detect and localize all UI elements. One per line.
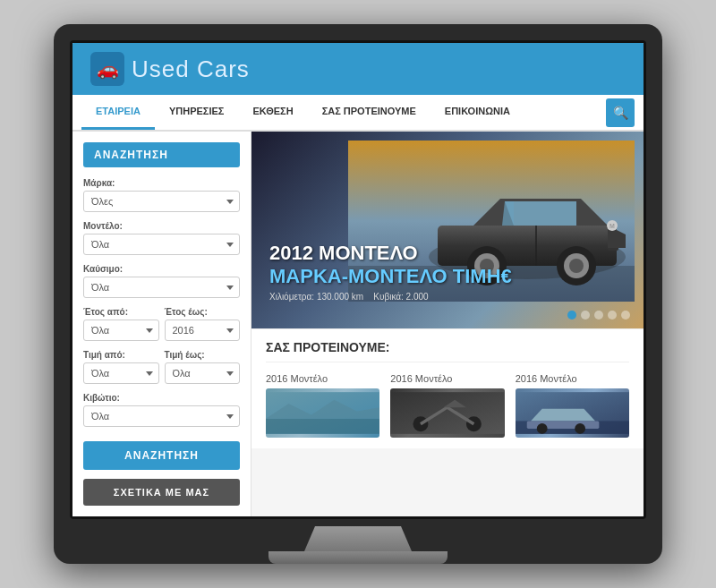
recommended-section: ΣΑΣ ΠΡΟΤΕΙΝΟΥΜΕ: 2016 Μοντέλο (251, 328, 644, 448)
hero-dots (567, 311, 630, 320)
dot-2[interactable] (581, 311, 590, 320)
card-2-year: 2016 Μοντέλο (390, 373, 504, 384)
card-1-year: 2016 Μοντέλο (266, 373, 379, 384)
car-card-1: 2016 Μοντέλο (266, 373, 379, 438)
site-title: Used Cars (132, 55, 250, 83)
sidebar: ΑΝΑΖΗΤΗΣΗ Μάρκα: Όλες Μοντέλο: Όλα Καύσι… (72, 132, 251, 516)
km-value: 130.000 km (317, 292, 363, 302)
hero-price: ΤΙΜΗ€ (453, 265, 512, 287)
hero-details: Χιλιόμετρα: 130.000 km Κυβικά: 2.000 (269, 292, 512, 302)
price-from-label: Τιμή από: (83, 350, 159, 360)
nav-item-contact[interactable]: ΕΠΙΚΟΙΝΩΝΙΑ (430, 95, 524, 130)
svg-point-23 (536, 423, 547, 434)
svg-point-19 (466, 416, 482, 431)
price-to-label: Τιμή έως: (165, 350, 241, 360)
svg-text:M: M (609, 223, 615, 229)
svg-rect-17 (390, 392, 504, 434)
brand-label: Μάρκα: (83, 178, 240, 188)
filter-model: Μοντέλο: Όλα (83, 221, 240, 255)
monitor-screen: 🚗 Used Cars ΕΤΑΙΡΕΙΑ ΥΠΗΡΕΣΙΕΣ ΕΚΘΕΣΗ ΣΑ… (70, 40, 646, 519)
svg-rect-16 (266, 419, 379, 434)
cc-value: 2.000 (406, 292, 429, 302)
filter-gearbox: Κιβώτιο: Όλα (83, 393, 240, 427)
about-button[interactable]: ΣΧΕΤΙΚΑ ΜΕ ΜΑΣ (83, 479, 240, 506)
main-area: M 2012 ΜΟΝΤΕΛΟ ΜΑΡΚΑ-ΜΟΝΤΕΛΟ ΤΙΜΗ€ (251, 132, 644, 516)
main-content: ΑΝΑΖΗΤΗΣΗ Μάρκα: Όλες Μοντέλο: Όλα Καύσι… (72, 132, 644, 516)
nav-search-button[interactable]: 🔍 (606, 98, 635, 127)
monitor: 🚗 Used Cars ΕΤΑΙΡΕΙΑ ΥΠΗΡΕΣΙΕΣ ΕΚΘΕΣΗ ΣΑ… (54, 24, 662, 564)
price-to-select[interactable]: Όλα (165, 362, 241, 384)
hero-banner: M 2012 ΜΟΝΤΕΛΟ ΜΑΡΚΑ-ΜΟΝΤΕΛΟ ΤΙΜΗ€ (251, 132, 644, 328)
brand-select[interactable]: Όλες (83, 191, 240, 212)
hero-text: 2012 ΜΟΝΤΕΛΟ ΜΑΡΚΑ-ΜΟΝΤΕΛΟ ΤΙΜΗ€ Χιλιόμε… (269, 242, 512, 302)
svg-point-24 (575, 423, 585, 434)
search-title: ΑΝΑΖΗΤΗΣΗ (83, 142, 240, 167)
cc-label: Κυβικά: (373, 292, 404, 302)
km-label: Χιλιόμετρα: (269, 292, 314, 302)
gearbox-select[interactable]: Όλα (83, 405, 240, 427)
car-card-2: 2016 Μοντέλο (390, 373, 504, 438)
svg-point-18 (413, 416, 429, 431)
filter-year-to: Έτος έως: 2016 (165, 307, 241, 341)
monitor-base (268, 551, 448, 564)
price-row: Τιμή από: Όλα Τιμή έως: Όλα (83, 350, 240, 393)
hero-year: 2012 ΜΟΝΤΕΛΟ (269, 242, 512, 265)
year-row: Έτος από: Όλα Έτος έως: 2016 (83, 307, 240, 350)
filter-fuel: Καύσιμο: Όλα (83, 264, 240, 298)
card-1-image[interactable] (266, 388, 379, 438)
nav-item-company[interactable]: ΕΤΑΙΡΕΙΑ (81, 95, 155, 130)
price-from-select[interactable]: Όλα (83, 362, 159, 384)
dot-1[interactable] (567, 311, 576, 320)
logo-light: Cars (197, 55, 250, 82)
car-card-3: 2016 Μοντέλο (516, 373, 629, 438)
model-select[interactable]: Όλα (83, 234, 240, 255)
filter-price-from: Τιμή από: Όλα (83, 350, 159, 384)
monitor-stand (304, 526, 412, 551)
fuel-select[interactable]: Όλα (83, 277, 240, 298)
hero-model: ΜΑΡΚΑ-ΜΟΝΤΕΛΟ ΤΙΜΗ€ (269, 265, 512, 288)
svg-point-9 (569, 259, 584, 273)
search-button[interactable]: ΑΝΑΖΗΤΗΣΗ (83, 441, 240, 470)
nav-item-services[interactable]: ΥΠΗΡΕΣΙΕΣ (155, 95, 239, 130)
year-to-select[interactable]: 2016 (165, 320, 241, 341)
recommended-title: ΣΑΣ ΠΡΟΤΕΙΝΟΥΜΕ: (266, 340, 629, 362)
filter-brand: Μάρκα: Όλες (83, 178, 240, 212)
card-2-image[interactable] (390, 388, 504, 438)
car-cards: 2016 Μοντέλο (266, 373, 629, 438)
year-from-label: Έτος από: (83, 307, 159, 317)
logo-bold: Used (132, 55, 190, 82)
nav-item-recommended[interactable]: ΣΑΣ ΠΡΟΤΕΙΝΟΥΜΕ (308, 95, 430, 130)
filter-price-to: Τιμή έως: Όλα (165, 350, 241, 384)
year-to-label: Έτος έως: (165, 307, 241, 317)
card-3-year: 2016 Μοντέλο (516, 373, 629, 384)
site-header: 🚗 Used Cars (72, 43, 644, 95)
fuel-label: Καύσιμο: (83, 264, 240, 274)
dot-3[interactable] (594, 311, 603, 320)
card-3-image[interactable] (516, 388, 629, 438)
dot-5[interactable] (621, 311, 630, 320)
car-logo-icon: 🚗 (90, 52, 124, 86)
gearbox-label: Κιβώτιο: (83, 393, 240, 403)
model-label: Μοντέλο: (83, 221, 240, 231)
logo-area: 🚗 Used Cars (90, 52, 250, 86)
nav-item-exhibition[interactable]: ΕΚΘΕΣΗ (238, 95, 307, 130)
filter-year-from: Έτος από: Όλα (83, 307, 159, 341)
site-nav: ΕΤΑΙΡΕΙΑ ΥΠΗΡΕΣΙΕΣ ΕΚΘΕΣΗ ΣΑΣ ΠΡΟΤΕΙΝΟΥΜ… (72, 95, 644, 132)
year-from-select[interactable]: Όλα (83, 320, 159, 341)
monitor-bottom (70, 519, 646, 564)
dot-4[interactable] (608, 311, 617, 320)
